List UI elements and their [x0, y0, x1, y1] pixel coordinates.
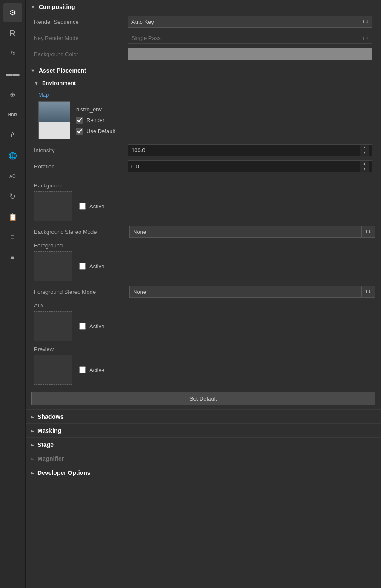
masking-title: Masking	[37, 427, 61, 434]
magnifier-arrow: ▶	[31, 457, 34, 461]
intensity-down[interactable]: ▼	[360, 150, 369, 156]
sidebar-icon-stack[interactable]: ≡	[3, 248, 22, 267]
sidebar-icon-light[interactable]: 🕯	[3, 126, 22, 145]
sidebar-icon-layers[interactable]: ▬▬	[3, 65, 22, 83]
aux-active-checkbox[interactable]	[79, 323, 86, 330]
sidebar-icon-ao[interactable]: AO	[3, 167, 22, 185]
intensity-input[interactable]: 100.0 ▲ ▼	[128, 144, 372, 156]
background-active-label: Active	[89, 203, 104, 210]
render-checkbox[interactable]	[76, 117, 83, 124]
sidebar-icon-fx[interactable]: ƒx	[3, 44, 22, 63]
background-slot-thumb[interactable]	[34, 191, 72, 221]
background-color-swatch[interactable]	[128, 48, 372, 60]
compositing-collapse-arrow: ▼	[31, 4, 35, 9]
map-thumbnail-ground	[39, 122, 70, 139]
divider-1	[26, 177, 381, 177]
sidebar-icon-export[interactable]: 📋	[3, 207, 22, 226]
export-icon: 📋	[9, 213, 17, 221]
rotation-control: 0.0 ▲ ▼	[128, 160, 372, 172]
foreground-slot-thumb[interactable]	[34, 251, 72, 281]
sidebar-icon-hdr[interactable]: HDR	[3, 105, 22, 124]
background-stereo-value: None	[133, 229, 146, 235]
compositing-section-header[interactable]: ▼ Compositing	[26, 0, 381, 14]
render-sequence-row: Render Sequence Auto Key ⬆⬇	[26, 14, 381, 30]
map-thumbnail[interactable]	[38, 101, 70, 139]
background-stereo-chevron: ⬆⬇	[361, 226, 371, 237]
set-default-button[interactable]: Set Default	[31, 392, 375, 405]
asset-placement-header[interactable]: ▼ Asset Placement	[26, 64, 381, 77]
globe-icon: 🌐	[9, 152, 17, 160]
magnifier-title: Magnifier	[37, 455, 64, 462]
sidebar-icon-r[interactable]: R	[3, 24, 22, 43]
background-stereo-label: Background Stereo Mode	[31, 229, 129, 235]
target-icon: ⊕	[10, 91, 15, 99]
background-color-row: Background Color	[26, 46, 381, 62]
render-sequence-value: Auto Key	[131, 19, 154, 25]
ao-icon: AO	[8, 173, 17, 179]
shadows-title: Shadows	[37, 413, 63, 420]
map-section: Map bistro_env Render Use Default	[26, 89, 381, 142]
render-sequence-label: Render Sequence	[34, 19, 128, 25]
preview-active-checkbox[interactable]	[79, 366, 86, 373]
developer-options-title: Developer Options	[37, 469, 90, 476]
developer-options-section[interactable]: ▶ Developer Options	[26, 466, 381, 480]
key-render-mode-row: Key Render Mode Single Pass ⬆⬇	[26, 30, 381, 46]
display-icon: 🖥	[10, 234, 16, 241]
map-label[interactable]: Map	[38, 91, 368, 98]
rotation-up[interactable]: ▲	[360, 161, 369, 166]
key-render-mode-chevron: ⬆⬇	[359, 32, 369, 43]
intensity-label: Intensity	[34, 147, 128, 153]
environment-arrow: ▼	[34, 81, 39, 86]
use-default-checkbox-row: Use Default	[76, 128, 115, 135]
aux-slot-thumb[interactable]	[34, 311, 72, 341]
rotation-row: Rotation 0.0 ▲ ▼	[26, 158, 381, 174]
foreground-slot-section: Foreground Active	[26, 240, 381, 284]
foreground-stereo-chevron: ⬆⬇	[361, 286, 371, 297]
background-active-control: Active	[79, 203, 104, 210]
stage-arrow: ▶	[31, 443, 34, 447]
swirl-icon: ↻	[9, 192, 16, 201]
preview-active-control: Active	[79, 366, 104, 373]
sidebar-icon-display[interactable]: 🖥	[3, 228, 22, 247]
asset-placement-title: Asset Placement	[39, 67, 86, 74]
key-render-mode-label: Key Render Mode	[34, 35, 128, 41]
key-render-mode-select[interactable]: Single Pass ⬆⬇	[128, 32, 372, 44]
main-panel: ▼ Compositing Render Sequence Auto Key ⬆…	[26, 0, 381, 588]
foreground-slot-row: Active	[31, 251, 375, 281]
intensity-up[interactable]: ▲	[360, 145, 369, 150]
magnifier-section[interactable]: ▶ Magnifier	[26, 452, 381, 466]
hdr-icon: HDR	[8, 113, 17, 117]
rotation-spinners: ▲ ▼	[360, 161, 369, 172]
render-sequence-chevron: ⬆⬇	[359, 16, 369, 27]
fx-icon: ƒx	[10, 51, 15, 57]
render-sequence-control: Auto Key ⬆⬇	[128, 16, 372, 28]
rotation-input[interactable]: 0.0 ▲ ▼	[128, 160, 372, 172]
sidebar-icon-gear[interactable]: ⚙	[3, 3, 22, 22]
key-render-mode-value: Single Pass	[131, 35, 161, 41]
intensity-row: Intensity 100.0 ▲ ▼	[26, 142, 381, 158]
sidebar-icon-globe[interactable]: 🌐	[3, 146, 22, 165]
foreground-stereo-select[interactable]: None ⬆⬇	[129, 286, 375, 298]
foreground-stereo-row: Foreground Stereo Mode None ⬆⬇	[26, 284, 381, 300]
intensity-control: 100.0 ▲ ▼	[128, 144, 372, 156]
foreground-active-checkbox[interactable]	[79, 263, 86, 270]
stage-section[interactable]: ▶ Stage	[26, 437, 381, 452]
environment-header[interactable]: ▼ Environment	[26, 77, 381, 89]
foreground-stereo-value: None	[133, 289, 146, 295]
shadows-section[interactable]: ▶ Shadows	[26, 409, 381, 423]
shadows-arrow: ▶	[31, 415, 34, 419]
preview-active-label: Active	[89, 367, 104, 373]
sidebar-icon-target[interactable]: ⊕	[3, 85, 22, 104]
preview-slot-thumb[interactable]	[34, 355, 72, 385]
background-stereo-select[interactable]: None ⬆⬇	[129, 226, 375, 238]
use-default-checkbox[interactable]	[76, 128, 83, 135]
rotation-down[interactable]: ▼	[360, 166, 369, 172]
map-row: bistro_env Render Use Default	[38, 101, 368, 139]
foreground-active-control: Active	[79, 263, 104, 270]
foreground-active-label: Active	[89, 263, 104, 270]
sidebar-icon-swirl[interactable]: ↻	[3, 187, 22, 206]
background-stereo-row: Background Stereo Mode None ⬆⬇	[26, 224, 381, 240]
background-active-checkbox[interactable]	[79, 203, 86, 210]
masking-section[interactable]: ▶ Masking	[26, 423, 381, 437]
render-sequence-select[interactable]: Auto Key ⬆⬇	[128, 16, 372, 28]
